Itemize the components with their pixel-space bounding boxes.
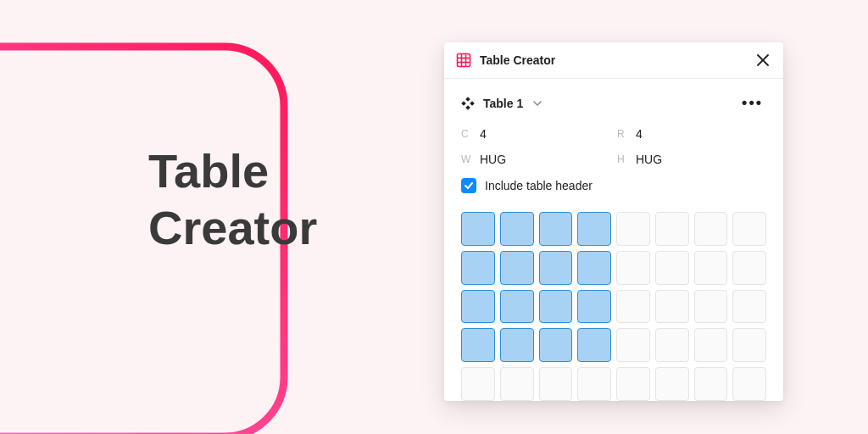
grid-cell[interactable]: [616, 328, 650, 362]
grid-cell[interactable]: [461, 251, 495, 285]
grid-cell[interactable]: [732, 212, 766, 246]
dimension-row-2: W HUG H HUG: [461, 153, 766, 166]
dimension-row-1: C 4 R 4: [461, 127, 766, 141]
table-icon: [456, 53, 471, 68]
svg-rect-14: [461, 101, 466, 106]
grid-cell[interactable]: [616, 251, 650, 285]
grid-cell[interactable]: [577, 328, 611, 362]
panel-header: Table Creator: [444, 42, 783, 79]
grid-cell[interactable]: [539, 328, 573, 362]
svg-rect-13: [465, 105, 470, 110]
table-name-row: Table 1 •••: [461, 94, 766, 112]
grid-cell[interactable]: [694, 328, 728, 362]
svg-rect-15: [470, 101, 475, 106]
more-button[interactable]: •••: [738, 94, 766, 112]
grid-cell[interactable]: [500, 328, 534, 362]
grid-cell[interactable]: [461, 290, 495, 324]
grid-cell[interactable]: [577, 251, 611, 285]
width-value: HUG: [480, 153, 506, 166]
grid-cell[interactable]: [577, 212, 611, 246]
rows-field[interactable]: R 4: [617, 127, 766, 141]
panel-body: Table 1 ••• C 4 R 4 W HUG: [444, 79, 783, 401]
grid-cell[interactable]: [732, 367, 766, 401]
plugin-panel: Table Creator: [444, 42, 783, 401]
grid-cell[interactable]: [694, 290, 728, 324]
include-header-checkbox[interactable]: [461, 178, 476, 193]
grid-cell[interactable]: [694, 251, 728, 285]
hero-title: Table Creator: [148, 142, 317, 256]
grid-cell[interactable]: [655, 251, 689, 285]
svg-rect-12: [465, 97, 470, 102]
grid-cell[interactable]: [500, 290, 534, 324]
grid-cell[interactable]: [732, 251, 766, 285]
table-name-dropdown[interactable]: Table 1: [483, 97, 523, 110]
grid-cell[interactable]: [732, 328, 766, 362]
grid-cell[interactable]: [461, 328, 495, 362]
width-label: W: [461, 153, 480, 165]
grid-cell[interactable]: [694, 212, 728, 246]
grid-cell[interactable]: [461, 367, 495, 401]
height-label: H: [617, 153, 636, 165]
grid-cell[interactable]: [577, 367, 611, 401]
check-icon: [464, 181, 474, 191]
grid-cell[interactable]: [539, 290, 573, 324]
grid-cell[interactable]: [655, 212, 689, 246]
grid-cell[interactable]: [694, 367, 728, 401]
grid-cell[interactable]: [732, 290, 766, 324]
grid-cell[interactable]: [616, 212, 650, 246]
rows-value: 4: [636, 127, 643, 141]
grid-cell[interactable]: [500, 251, 534, 285]
grid-cell[interactable]: [500, 212, 534, 246]
include-header-label: Include table header: [485, 179, 593, 192]
grid-size-picker[interactable]: [461, 212, 766, 401]
svg-rect-5: [458, 54, 470, 67]
grid-cell[interactable]: [539, 367, 573, 401]
include-header-row: Include table header: [461, 178, 766, 193]
table-name-label: Table 1: [483, 97, 523, 110]
grid-cell[interactable]: [655, 328, 689, 362]
panel-title: Table Creator: [480, 53, 748, 67]
close-icon: [756, 53, 770, 67]
grid-cell[interactable]: [577, 290, 611, 324]
grid-cell[interactable]: [655, 290, 689, 324]
grid-cell[interactable]: [655, 367, 689, 401]
component-icon: [461, 97, 475, 110]
height-field[interactable]: H HUG: [617, 153, 766, 166]
grid-cell[interactable]: [500, 367, 534, 401]
hero-title-line2: Creator: [148, 201, 317, 254]
columns-label: C: [461, 128, 480, 140]
grid-cell[interactable]: [539, 251, 573, 285]
grid-cell[interactable]: [616, 367, 650, 401]
width-field[interactable]: W HUG: [461, 153, 610, 166]
grid-cell[interactable]: [616, 290, 650, 324]
columns-field[interactable]: C 4: [461, 127, 610, 141]
grid-cell[interactable]: [539, 212, 573, 246]
hero-title-line1: Table: [148, 144, 269, 198]
rows-label: R: [617, 128, 636, 140]
close-button[interactable]: [756, 53, 770, 67]
chevron-down-icon[interactable]: [533, 99, 542, 108]
height-value: HUG: [636, 153, 662, 166]
columns-value: 4: [480, 127, 487, 141]
grid-cell[interactable]: [461, 212, 495, 246]
